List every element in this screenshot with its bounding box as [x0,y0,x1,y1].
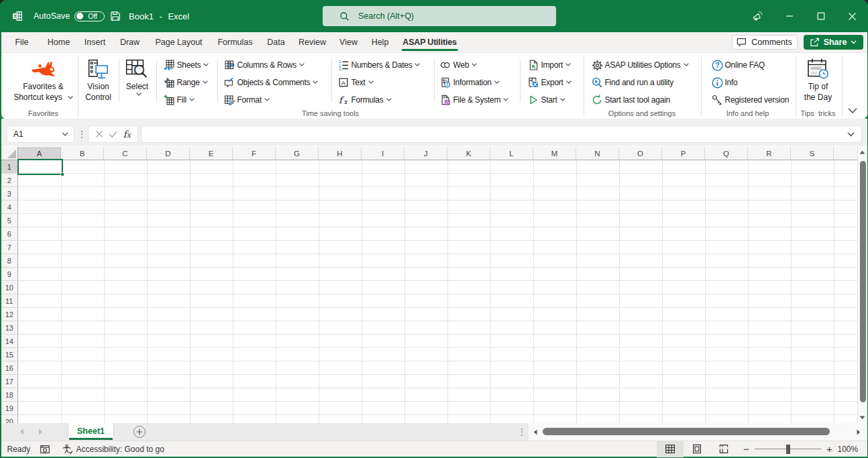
selected-cell[interactable] [17,159,63,175]
cells-area[interactable] [19,160,857,423]
column-header-o[interactable]: O [619,147,662,160]
tab-review[interactable]: Review [291,32,333,52]
fill-handle[interactable] [60,172,64,176]
row-header-4[interactable]: 4 [1,201,19,214]
horizontal-scrollbar-thumb[interactable] [543,428,830,435]
accessibility-icon[interactable] [62,444,73,455]
vertical-scrollbar-thumb[interactable] [860,161,866,402]
vertical-scrollbar[interactable] [857,147,867,423]
row-header-15[interactable]: 15 [1,348,19,361]
select-all-button[interactable] [1,147,19,160]
save-icon[interactable] [110,11,121,21]
row-header-6[interactable]: 6 [1,227,19,241]
column-header-e[interactable]: E [190,147,233,160]
scroll-left-icon[interactable] [533,423,537,441]
text-button[interactable]: AText [338,74,374,91]
next-sheet-icon[interactable] [34,423,48,441]
sheet-tab-sheet1[interactable]: Sheet1 [68,423,114,440]
columns-rows-button[interactable]: Columns & Rows [224,56,305,73]
column-header-c[interactable]: C [104,147,147,160]
tab-scrollbar-splitter[interactable] [519,426,525,437]
file-system-button[interactable]: File & System [440,91,509,108]
column-header-r[interactable]: R [748,147,791,160]
asap-utilities-options-button[interactable]: ASAP Utilities Options [592,56,689,73]
name-box-chevron-down-icon[interactable] [62,132,68,136]
formulas-button[interactable]: fxFormulas [338,91,392,108]
row-header-1[interactable]: 1 [1,160,19,174]
import-button[interactable]: Import [528,56,572,73]
row-header-8[interactable]: 8 [1,254,19,268]
zoom-in-button[interactable]: + [822,443,838,455]
zoom-percentage[interactable]: 100% [838,445,867,454]
maximize-button[interactable] [805,0,836,32]
range-button[interactable]: Range [164,74,208,91]
tab-formulas[interactable]: Formulas [210,32,260,52]
formula-bar-resize-handle[interactable] [78,125,85,143]
column-header-h[interactable]: H [319,147,362,160]
row-header-18[interactable]: 18 [1,388,19,402]
tip-of-the-day-button[interactable]: Tip ofthe Day [797,56,840,115]
row-header-13[interactable]: 13 [1,321,19,335]
row-header-20[interactable]: 20 [1,415,19,423]
format-button[interactable]: Format [224,91,270,108]
close-button[interactable] [836,0,868,32]
zoom-slider[interactable] [755,441,822,457]
scroll-right-icon[interactable] [857,423,861,441]
row-header-14[interactable]: 14 [1,335,19,348]
row-header-5[interactable]: 5 [1,214,19,227]
normal-view-button[interactable] [657,441,684,457]
web-button[interactable]: Web [440,56,478,73]
scroll-down-icon[interactable] [858,416,867,420]
tab-insert[interactable]: Insert [77,32,113,52]
search-box[interactable]: Search (Alt+Q) [323,6,556,26]
tab-file[interactable]: File [7,32,36,52]
row-header-7[interactable]: 7 [1,241,19,254]
tab-data[interactable]: Data [260,32,292,52]
row-header-12[interactable]: 12 [1,308,19,321]
formula-bar-expand-chevron-icon[interactable] [847,132,855,137]
zoom-out-button[interactable]: − [739,443,755,455]
row-header-11[interactable]: 11 [1,294,19,308]
row-header-16[interactable]: 16 [1,361,19,375]
tab-asap-utilities[interactable]: ASAP Utilities [395,32,464,52]
cancel-icon[interactable] [95,130,103,138]
zoom-slider-thumb[interactable] [786,445,790,454]
row-header-3[interactable]: 3 [1,187,19,201]
row-header-10[interactable]: 10 [1,281,19,294]
export-button[interactable]: Export [528,74,572,91]
enter-check-icon[interactable] [109,131,117,138]
row-header-2[interactable]: 2 [1,174,19,187]
online-faq-button[interactable]: ?Online FAQ [712,56,765,73]
tab-page-layout[interactable]: Page Layout [148,32,209,52]
start-button[interactable]: Start [528,91,565,108]
tab-home[interactable]: Home [40,32,77,52]
comments-button[interactable]: Comments [732,35,798,50]
fill-button[interactable]: Fill [164,91,195,108]
whats-new-megaphone-icon[interactable] [742,0,773,32]
column-header-n[interactable]: N [576,147,619,160]
new-sheet-button[interactable] [133,426,146,438]
share-button[interactable]: Share [804,35,863,50]
column-header-j[interactable]: J [404,147,447,160]
row-header-19[interactable]: 19 [1,402,19,415]
autosave-toggle[interactable]: Off [74,11,105,21]
page-break-preview-button[interactable] [710,441,737,457]
column-header-m[interactable]: M [533,147,576,160]
column-header-s[interactable]: S [791,147,834,160]
numbers-dates-button[interactable]: 123Numbers & Dates [338,56,421,73]
name-box[interactable]: A1 [7,125,74,143]
column-header-partial[interactable] [834,147,857,160]
registered-version-button[interactable]: Registered version [712,91,790,108]
info-button[interactable]: Info [712,74,738,91]
sheets-button[interactable]: Sheets [164,56,209,73]
row-header-17[interactable]: 17 [1,375,19,388]
macro-recording-icon[interactable] [40,444,50,455]
column-header-k[interactable]: K [447,147,490,160]
scroll-up-icon[interactable] [858,150,867,154]
column-header-b[interactable]: B [61,147,104,160]
column-header-g[interactable]: G [276,147,319,160]
horizontal-scrollbar[interactable] [529,423,867,441]
find-and-run-a-utility-button[interactable]: Find and run a utility [592,74,674,91]
column-header-p[interactable]: P [662,147,705,160]
prev-sheet-icon[interactable] [15,423,30,441]
